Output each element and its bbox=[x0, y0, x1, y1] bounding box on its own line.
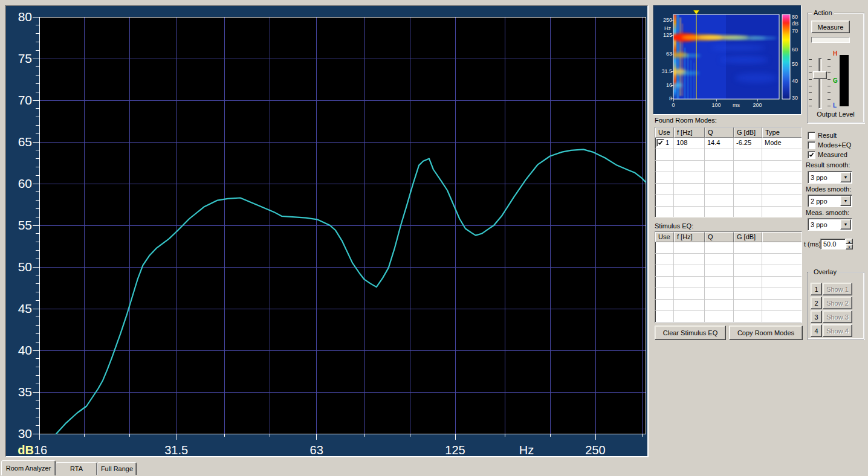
dropdown-arrow-icon[interactable]: ▼ bbox=[840, 172, 851, 182]
dropdown-arrow-icon[interactable]: ▼ bbox=[840, 196, 851, 206]
spec-cb-unit: dB bbox=[792, 21, 798, 27]
y-axis-label: 70 bbox=[18, 93, 32, 107]
show-2-button: Show 2 bbox=[823, 297, 852, 309]
x-axis-label: 250 bbox=[585, 443, 605, 456]
result-smooth-label: Result smooth: bbox=[806, 161, 850, 169]
modes-eq-checkbox[interactable] bbox=[808, 141, 815, 149]
spec-xlabel: 100 bbox=[711, 102, 721, 108]
column-header[interactable] bbox=[762, 232, 802, 242]
y-axis-label: 35 bbox=[18, 385, 32, 399]
copy-room-modes-button[interactable]: Copy Room Modes bbox=[729, 326, 803, 340]
output-level-slider-track[interactable] bbox=[818, 58, 822, 109]
y-axis-unit: dB bbox=[18, 443, 34, 456]
result-checkbox[interactable] bbox=[808, 132, 815, 140]
spec-y-unit: Hz bbox=[664, 25, 671, 31]
table-empty-row bbox=[655, 254, 802, 265]
table-empty-row bbox=[655, 300, 802, 311]
spec-ylabel: 125 bbox=[663, 32, 672, 38]
column-header[interactable]: f [Hz] bbox=[674, 127, 705, 138]
tab-room-analyzer[interactable]: Room Analyzer bbox=[1, 460, 56, 475]
result-smooth-value: 3 ppo bbox=[808, 174, 840, 181]
table-empty-row bbox=[655, 161, 802, 172]
mode-use-checkbox[interactable] bbox=[656, 139, 664, 147]
show-1-button: Show 1 bbox=[823, 283, 852, 295]
t-ms-spinner: ▲ ▼ bbox=[846, 239, 853, 249]
measure-progress-bar bbox=[811, 37, 850, 43]
y-axis-label: 80 bbox=[18, 10, 32, 24]
tab-full-range[interactable]: Full Range bbox=[97, 462, 137, 475]
check-icon bbox=[809, 133, 814, 138]
result-smooth-select[interactable]: 3 ppo ▼ bbox=[808, 171, 852, 184]
overlay-group-title: Overlay bbox=[812, 268, 838, 276]
column-header[interactable]: G [dB] bbox=[734, 127, 762, 138]
spec-xlabel: 0 bbox=[672, 102, 675, 108]
spec-ylabel: 8 bbox=[669, 95, 672, 101]
column-header[interactable]: Q bbox=[705, 232, 734, 242]
column-header[interactable]: Use bbox=[655, 232, 674, 242]
spin-up-icon[interactable]: ▲ bbox=[846, 239, 853, 244]
meter-low-label: L bbox=[833, 103, 837, 109]
dropdown-arrow-icon[interactable]: ▼ bbox=[840, 219, 851, 230]
overlay-2-button[interactable]: 2 bbox=[811, 297, 822, 309]
y-axis-label: 75 bbox=[18, 51, 32, 65]
table-empty-row bbox=[655, 172, 802, 184]
y-axis-label: 30 bbox=[18, 426, 32, 440]
column-header[interactable]: Q bbox=[705, 127, 734, 138]
spectrogram-image bbox=[670, 14, 779, 99]
y-axis-label: 45 bbox=[18, 301, 32, 315]
tab-rta[interactable]: RTA bbox=[56, 462, 97, 475]
spec-cblabel: 60 bbox=[792, 47, 798, 53]
overlay-1-button[interactable]: 1 bbox=[811, 283, 822, 295]
spec-cblabel: 70 bbox=[792, 28, 798, 34]
spec-ylabel: 16 bbox=[666, 82, 672, 88]
table-empty-row bbox=[655, 195, 802, 207]
mode-gain-cell: -6.25 bbox=[734, 138, 762, 149]
column-header[interactable]: G [dB] bbox=[734, 232, 762, 242]
measured-checkbox[interactable] bbox=[808, 151, 815, 159]
x-axis-label: 63 bbox=[310, 443, 323, 456]
spin-down-icon[interactable]: ▼ bbox=[846, 244, 853, 249]
table-empty-row bbox=[655, 207, 802, 217]
y-axis-label: 55 bbox=[18, 218, 32, 232]
stimulus-eq-empty-rows bbox=[655, 242, 802, 323]
slider-ticks-right bbox=[828, 59, 831, 106]
frequency-response-chart[interactable]: 80757065605550454035301631.563125250HzdB bbox=[6, 6, 647, 456]
modes-smooth-label: Modes smooth: bbox=[806, 185, 851, 193]
y-axis-label: 65 bbox=[18, 135, 32, 149]
meas-smooth-select[interactable]: 3 ppo ▼ bbox=[808, 218, 852, 231]
output-level-slider-thumb[interactable] bbox=[813, 71, 827, 79]
spec-cblabel: 50 bbox=[792, 61, 798, 67]
slider-ticks-left bbox=[809, 59, 812, 106]
x-axis-label: 16 bbox=[34, 443, 47, 456]
table-empty-row bbox=[655, 277, 802, 288]
spec-ylabel: 63 bbox=[666, 51, 672, 57]
check-icon bbox=[809, 152, 814, 158]
column-header[interactable]: Type bbox=[762, 127, 802, 138]
clear-stimulus-eq-button[interactable]: Clear Stimulus EQ bbox=[655, 326, 726, 340]
column-header[interactable]: f [Hz] bbox=[674, 232, 705, 242]
spectrogram-plot[interactable]: 250 Hz 125 63 31.5 16 8 0 100 ms 200 80 … bbox=[653, 5, 801, 114]
mode-freq-cell: 108 bbox=[674, 138, 705, 149]
overlay-3-button[interactable]: 3 bbox=[811, 310, 822, 323]
spectrogram-panel: 250 Hz 125 63 31.5 16 8 0 100 ms 200 80 … bbox=[653, 5, 802, 115]
output-level-label: Output Level bbox=[808, 111, 864, 118]
mode-index: 1 bbox=[666, 139, 669, 146]
spectrogram-colorbar bbox=[782, 14, 790, 99]
t-ms-input[interactable]: 50.0 bbox=[820, 239, 846, 249]
overlay-4-button[interactable]: 4 bbox=[811, 324, 822, 337]
stimulus-eq-table: Use f [Hz] Q G [dB] bbox=[655, 231, 802, 323]
show-3-button: Show 3 bbox=[823, 310, 852, 323]
stimulus-eq-title: Stimulus EQ: bbox=[655, 222, 693, 230]
x-axis-label: 31.5 bbox=[164, 443, 188, 456]
spec-cblabel: 80 bbox=[792, 14, 798, 20]
mode-row: 1 108 14.4 -6.25 Mode bbox=[655, 138, 802, 149]
mode-type-cell: Mode bbox=[762, 138, 802, 149]
column-header[interactable]: Use bbox=[655, 127, 674, 138]
measure-button[interactable]: Measure bbox=[811, 21, 850, 33]
found-modes-table: Use f [Hz] Q G [dB] Type 1 108 14.4 -6.2… bbox=[655, 127, 802, 217]
mode-use-cell: 1 bbox=[655, 138, 674, 149]
modes-eq-checkbox-label: Modes+EQ bbox=[818, 141, 851, 149]
meter-mid-label: G bbox=[833, 78, 838, 84]
action-groupbox: Action Measure H G L Output Level bbox=[807, 13, 864, 123]
modes-smooth-select[interactable]: 2 ppo ▼ bbox=[808, 195, 852, 207]
